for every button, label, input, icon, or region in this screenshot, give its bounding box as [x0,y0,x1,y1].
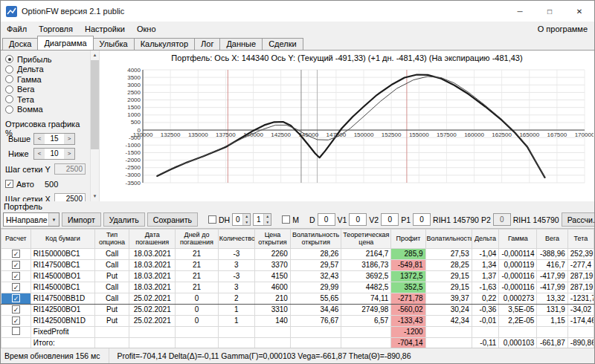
radio-circle-icon [5,55,13,63]
tab-Доска[interactable]: Доска [2,38,38,50]
table-row[interactable]: Итого:-704,14-0,110,000103-661,87-890,86 [1,337,594,348]
radio-Дельта[interactable]: Дельта [5,65,89,75]
scrollbar-thumb[interactable] [91,60,99,149]
spin-up-icon[interactable]: ▲ [243,214,250,220]
table-row[interactable]: ✓RI150000BC1Call18.03.202121-3226028,262… [1,248,594,259]
table-row[interactable]: ✓RI142500BN1DPut25.02.20210114076,676,57… [1,315,594,326]
d-field[interactable]: 0 [318,213,335,226]
above-label: Выше [8,134,30,143]
v2-field[interactable]: 0 [381,213,399,226]
dh-checkbox[interactable] [208,215,216,224]
cell-profit: 352,5 [391,282,425,293]
v1-field[interactable]: 0 [349,213,367,226]
import-button[interactable]: Импорт [62,212,101,227]
p1-field[interactable]: 0 [413,213,431,226]
column-header[interactable]: Расчет [1,230,31,249]
above-value[interactable]: 15 [45,134,64,144]
column-header[interactable]: Профит [391,230,425,249]
column-header[interactable]: Волатильность [425,230,472,249]
radio-Вомма[interactable]: Вомма [5,105,89,115]
column-header[interactable]: Код бумаги [30,230,94,249]
below-value[interactable]: 10 [45,149,64,159]
save-button[interactable]: Сохранить [147,212,198,227]
cell-theta: -174,46 [567,315,594,326]
maximize-icon[interactable]: □ [535,1,565,22]
table-row[interactable]: ✓RI147500BC1Call18.03.2021213337029,5731… [1,259,594,270]
tab-Лог[interactable]: Лог [194,38,220,50]
tab-Сделки[interactable]: Сделки [262,38,303,50]
radio-Вега[interactable]: Вега [5,85,89,95]
column-header[interactable]: Дней до погашения [176,230,218,249]
dh-label: DH [219,215,230,224]
direction-select[interactable]: ННаправле ▾ [3,212,60,227]
cell-gamma: 2,2E-05 [499,315,537,326]
column-header[interactable]: Дельта [472,230,499,249]
dh-spinner-2[interactable]: 1 ▲▼ [253,213,271,226]
above-increase-button[interactable]: > [64,134,74,144]
row-checkbox[interactable]: ✓ [12,261,20,269]
table-row[interactable]: FixedProfit-1200 [1,326,594,337]
table-row[interactable]: ✓RI147500BB1DCall25.02.20210221055,6574,… [1,293,594,304]
p2-field[interactable]: 0 [493,213,511,226]
minimize-icon[interactable]: ─ [505,1,535,22]
row-checkbox[interactable]: ✓ [12,250,20,258]
tab-Калькулятор[interactable]: Калькулятор [134,38,195,50]
tab-Диаграмма[interactable]: Диаграмма [37,36,93,50]
menu-Файл[interactable]: Файл [1,23,33,35]
scroll-down-icon[interactable]: ▼ [90,192,100,201]
spin-down-icon[interactable]: ▼ [264,220,271,226]
close-icon[interactable]: ✕ [565,1,594,22]
delete-button[interactable]: Удалить [103,212,145,227]
cell-ovol: 29,57 [290,259,341,270]
cell-theo: 2164,7 [341,248,391,259]
row-checkbox[interactable]: ✓ [12,283,20,291]
row-checkbox[interactable]: ✓ [12,272,20,280]
menu-Торговля[interactable]: Торговля [33,23,79,35]
grid-x-input[interactable]: 2500 [54,193,86,201]
table-row[interactable]: ✓RI145000BO1Put18.03.202121-3415032,4336… [1,270,594,282]
radio-Прибыль[interactable]: Прибыль [5,54,89,65]
tab-Улыбка[interactable]: Улыбка [93,38,135,50]
dh-spinner-1[interactable]: 0 ▲▼ [232,213,251,226]
cell-type: Call [94,293,129,304]
tab-Данные[interactable]: Данные [219,38,263,50]
column-header[interactable]: Количество [218,230,254,249]
settings-scrollbar[interactable]: ▲ ▼ [90,51,100,201]
cell-expiry: 25.02.2021 [129,293,176,304]
radio-Гамма[interactable]: Гамма [5,74,89,85]
row-checkbox[interactable]: ✓ [12,305,20,313]
auto-checkbox[interactable]: ✓ [5,180,13,188]
column-header[interactable]: Вега [537,230,567,249]
spin-down-icon[interactable]: ▼ [243,220,250,226]
column-header[interactable]: Теоретическая цена [341,230,391,249]
menu-about[interactable]: О программе [531,23,594,35]
calculate-button[interactable]: Рассчи... [562,212,595,227]
above-decrease-button[interactable]: < [34,134,45,144]
column-header[interactable]: Гамма [499,230,537,249]
scroll-up-icon[interactable]: ▲ [90,51,100,60]
column-header[interactable]: Тип опциона [94,230,129,249]
column-header[interactable]: Волатильность открытия [290,230,341,249]
below-increase-button[interactable]: > [64,149,74,159]
cell-ovol [290,326,341,337]
column-header[interactable]: Цена открытия [255,230,291,249]
table-row[interactable]: ✓RI145000BC1Call18.03.2021213460029,9944… [1,282,594,293]
radio-label: Гамма [17,75,42,84]
grid-x-label: Шаг сетки X [5,195,51,202]
row-checkbox[interactable]: ✓ [12,294,20,302]
portfolio-chart[interactable]: 40003500300025002000150010005000-500-100… [100,64,594,199]
table-row[interactable]: ✓RI142500BO1Put25.02.202101331034,462749… [1,304,594,315]
cell-delta [472,326,499,337]
cell-qty: -3 [218,248,254,259]
menu-Настройки[interactable]: Настройки [79,23,131,35]
column-header[interactable]: Тета [567,230,594,249]
row-checkbox[interactable]: ✓ [12,316,20,325]
grid-y-input[interactable]: 2500 [54,163,86,175]
below-decrease-button[interactable]: < [34,149,45,159]
column-header[interactable]: Дата погашения [129,230,176,249]
row-checkbox[interactable] [12,327,20,335]
menu-Окно[interactable]: Окно [131,23,162,35]
radio-Тета[interactable]: Тета [5,94,89,105]
spin-up-icon[interactable]: ▲ [264,214,271,220]
m-checkbox[interactable] [282,215,290,224]
